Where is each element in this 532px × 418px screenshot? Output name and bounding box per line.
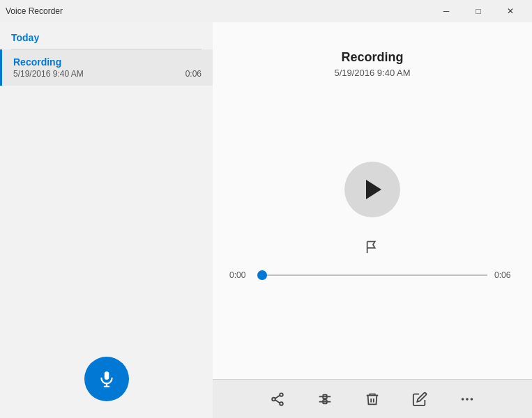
svg-point-14 [462, 398, 464, 401]
svg-rect-0 [104, 371, 109, 380]
main-content: Today Recording 5/19/2016 9:40 AM 0:06 [0, 22, 532, 418]
delete-button[interactable] [357, 384, 388, 415]
play-button-container [344, 162, 400, 217]
svg-line-6 [275, 395, 280, 398]
more-icon [459, 392, 475, 407]
sidebar-list: Recording 5/19/2016 9:40 AM 0:06 [0, 49, 213, 343]
detail-title: Recording [341, 50, 403, 65]
maximize-button[interactable]: □ [462, 0, 494, 22]
sidebar-item-recording[interactable]: Recording 5/19/2016 9:40 AM 0:06 [0, 49, 213, 86]
sidebar: Today Recording 5/19/2016 9:40 AM 0:06 [0, 22, 213, 418]
seek-bar[interactable]: 0:00 0:06 [213, 270, 532, 280]
play-button[interactable] [344, 162, 400, 217]
play-icon [366, 180, 381, 199]
share-button[interactable] [262, 384, 293, 415]
detail-content: Recording 5/19/2016 9:40 AM 0:00 [213, 22, 532, 379]
close-button[interactable]: ✕ [494, 0, 526, 22]
title-bar: Voice Recorder ─ □ ✕ [0, 0, 532, 22]
share-icon [270, 392, 285, 407]
svg-point-16 [471, 398, 473, 401]
app-title: Voice Recorder [6, 6, 430, 16]
rename-button[interactable] [404, 384, 435, 415]
record-button-container [0, 343, 213, 418]
seek-track[interactable] [257, 274, 487, 276]
minimize-button[interactable]: ─ [430, 0, 462, 22]
rename-icon [412, 392, 427, 407]
recording-duration: 0:06 [185, 69, 202, 79]
microphone-icon [98, 370, 116, 388]
flag-button-container [360, 234, 385, 259]
detail-panel: Recording 5/19/2016 9:40 AM 0:00 [213, 22, 532, 418]
delete-icon [365, 392, 380, 407]
flag-icon [365, 239, 380, 254]
svg-point-4 [272, 397, 275, 401]
current-time: 0:00 [229, 270, 250, 280]
record-button[interactable] [84, 357, 129, 401]
window-controls: ─ □ ✕ [430, 0, 526, 22]
flag-button[interactable] [360, 234, 385, 259]
bottom-toolbar [213, 379, 532, 418]
recording-meta: 5/19/2016 9:40 AM 0:06 [13, 69, 202, 79]
recording-title: Recording [13, 56, 202, 68]
trim-icon [317, 392, 333, 407]
seek-thumb[interactable] [257, 270, 267, 280]
recording-date: 5/19/2016 9:40 AM [13, 69, 84, 79]
svg-point-15 [466, 398, 469, 401]
more-button[interactable] [452, 384, 482, 415]
sidebar-section-today: Today [0, 22, 213, 49]
svg-point-3 [280, 393, 283, 396]
svg-point-5 [280, 402, 283, 405]
total-time: 0:06 [494, 270, 515, 280]
svg-line-7 [275, 400, 280, 403]
trim-button[interactable] [310, 384, 340, 415]
detail-date: 5/19/2016 9:40 AM [334, 68, 410, 78]
